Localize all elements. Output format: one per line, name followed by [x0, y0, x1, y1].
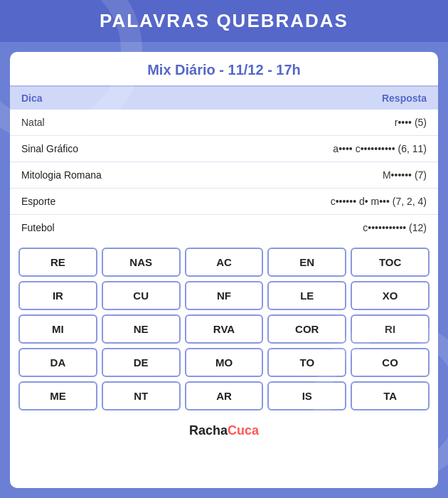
col-header-resposta: Resposta — [208, 87, 438, 110]
syllable-cell[interactable]: DA — [18, 348, 97, 377]
syllable-cell[interactable]: AC — [185, 248, 264, 277]
clue-resposta: M•••••• (7) — [208, 162, 438, 189]
syllable-cell[interactable]: AR — [185, 381, 264, 410]
clue-dica: Natal — [10, 110, 208, 136]
syllable-cell[interactable]: LE — [267, 281, 346, 310]
main-container: Mix Diário - 11/12 - 17h Dica Resposta N… — [10, 52, 438, 488]
clue-resposta: c•••••• d• m••• (7, 2, 4) — [208, 189, 438, 215]
syllable-cell[interactable]: COR — [267, 314, 346, 344]
syllable-cell[interactable]: MI — [18, 314, 97, 344]
syllable-cell[interactable]: TA — [351, 381, 430, 410]
syllable-grid-section: RENASACENTOCIRCUNFLEXOMINERVACORRIDADEMO… — [10, 240, 438, 418]
footer-brand: RachaCuca — [10, 418, 438, 445]
syllable-cell[interactable]: XO — [351, 281, 430, 310]
table-row: Esportec•••••• d• m••• (7, 2, 4) — [10, 189, 438, 215]
syllable-cell[interactable]: NT — [102, 381, 181, 410]
syllable-cell[interactable]: RI — [351, 314, 430, 344]
clue-resposta: r•••• (5) — [208, 110, 438, 136]
syllable-cell[interactable]: RVA — [185, 314, 264, 344]
syllable-cell[interactable]: MO — [185, 348, 264, 377]
table-row: Sinal Gráficoa•••• c•••••••••• (6, 11) — [10, 136, 438, 162]
clue-dica: Sinal Gráfico — [10, 136, 208, 162]
brand-cuca: Cuca — [228, 423, 259, 438]
clues-table-container: Dica Resposta Natalr•••• (5)Sinal Gráfic… — [10, 85, 438, 240]
clue-resposta: c••••••••••• (12) — [208, 215, 438, 241]
syllable-cell[interactable]: NF — [185, 281, 264, 310]
clues-table: Dica Resposta Natalr•••• (5)Sinal Gráfic… — [10, 87, 438, 240]
clue-dica: Mitologia Romana — [10, 162, 208, 189]
clue-dica: Futebol — [10, 215, 208, 241]
syllable-cell[interactable]: TO — [267, 348, 346, 377]
app-header: PALAVRAS QUEBRADAS — [0, 0, 448, 42]
table-row: Futebolc••••••••••• (12) — [10, 215, 438, 241]
brand-racha: Racha — [189, 423, 228, 438]
syllable-cell[interactable]: CU — [102, 281, 181, 310]
syllable-cell[interactable]: ME — [18, 381, 97, 410]
clue-dica: Esporte — [10, 189, 208, 215]
syllable-cell[interactable]: DE — [102, 348, 181, 377]
table-row: Mitologia RomanaM•••••• (7) — [10, 162, 438, 189]
syllable-cell[interactable]: IR — [18, 281, 97, 310]
syllable-cell[interactable]: RE — [18, 248, 97, 277]
syllable-cell[interactable]: TOC — [351, 248, 430, 277]
syllable-cell[interactable]: NAS — [102, 248, 181, 277]
syllable-grid: RENASACENTOCIRCUNFLEXOMINERVACORRIDADEMO… — [18, 248, 430, 410]
app-title: PALAVRAS QUEBRADAS — [100, 10, 348, 31]
clue-resposta: a•••• c•••••••••• (6, 11) — [208, 136, 438, 162]
subtitle: Mix Diário - 11/12 - 17h — [10, 52, 438, 85]
syllable-cell[interactable]: NE — [102, 314, 181, 344]
syllable-cell[interactable]: EN — [267, 248, 346, 277]
col-header-dica: Dica — [10, 87, 208, 110]
syllable-cell[interactable]: IS — [267, 381, 346, 410]
table-row: Natalr•••• (5) — [10, 110, 438, 136]
syllable-cell[interactable]: CO — [351, 348, 430, 377]
